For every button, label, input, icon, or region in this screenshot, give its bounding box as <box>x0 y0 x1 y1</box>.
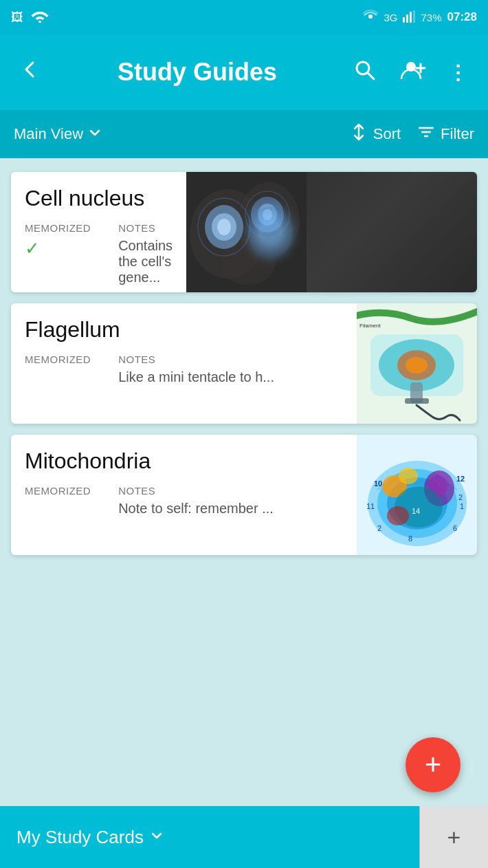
card-flagellum-info: Flagellum MEMORIZED NOTES Like a mini te… <box>11 303 357 424</box>
hotspot-icon <box>363 9 378 26</box>
card-mitochondria-info: Mitochondria MEMORIZED NOTES Note to sel… <box>11 435 357 555</box>
image-icon: 🖼 <box>11 10 23 25</box>
card-flagellum-image: Filament <box>357 303 477 424</box>
notes-label-2: NOTES <box>118 485 274 497</box>
notes-label-0: NOTES <box>118 222 173 234</box>
svg-text:10: 10 <box>374 479 382 488</box>
notes-value-0: Contains the cell's gene... <box>118 238 173 285</box>
content-area: Cell nucleus MEMORIZED ✓ NOTES Contains … <box>0 158 488 806</box>
svg-text:11: 11 <box>366 502 375 510</box>
filter-label: Filter <box>441 125 474 143</box>
time-label: 07:28 <box>447 10 477 24</box>
bottom-bar-chevron-icon <box>151 829 163 845</box>
card-cell-nucleus-meta: MEMORIZED ✓ NOTES Contains the cell's ge… <box>25 222 173 285</box>
chevron-down-icon <box>89 125 101 143</box>
add-icon: + <box>425 750 442 779</box>
notes-label-1: NOTES <box>118 354 274 365</box>
svg-point-22 <box>251 197 284 232</box>
card-cell-nucleus-info: Cell nucleus MEMORIZED ✓ NOTES Contains … <box>11 172 186 292</box>
add-card-fab[interactable]: + <box>406 737 461 792</box>
sort-label: Sort <box>373 125 401 143</box>
page-title: Study Guides <box>58 58 337 87</box>
card-mitochondria-memorized: MEMORIZED <box>25 485 91 501</box>
filter-right: Sort Filter <box>350 123 474 145</box>
main-view-button[interactable]: Main View <box>14 125 101 143</box>
signal-label: 3G <box>384 12 397 23</box>
svg-text:8: 8 <box>408 534 412 543</box>
sort-button[interactable]: Sort <box>350 123 401 145</box>
svg-rect-5 <box>413 10 415 23</box>
filter-button[interactable]: Filter <box>417 123 474 145</box>
svg-point-21 <box>217 219 231 235</box>
svg-text:2: 2 <box>377 524 381 532</box>
battery-label: 73% <box>421 12 441 23</box>
my-study-cards-button[interactable]: My Study Cards <box>0 806 419 868</box>
svg-point-1 <box>368 14 373 19</box>
wifi-icon <box>30 9 49 26</box>
svg-text:1: 1 <box>460 502 464 510</box>
notes-value-1: Like a mini tentacle to h... <box>118 369 274 385</box>
svg-point-0 <box>38 21 41 23</box>
filter-bar: Main View Sort <box>0 110 488 158</box>
card-flagellum-memorized: MEMORIZED <box>25 354 91 369</box>
main-view-label: Main View <box>14 125 83 143</box>
bottom-bar-plus-icon: + <box>447 824 461 851</box>
signal-icon <box>403 10 415 25</box>
search-button[interactable] <box>348 53 382 92</box>
card-cell-nucleus-title: Cell nucleus <box>25 186 173 211</box>
memorized-label-2: MEMORIZED <box>25 485 91 497</box>
back-button[interactable] <box>14 53 47 91</box>
svg-rect-2 <box>403 17 405 23</box>
status-bar-left: 🖼 <box>11 9 49 26</box>
svg-rect-3 <box>406 14 408 23</box>
svg-text:2: 2 <box>458 493 463 501</box>
filter-icon <box>417 123 435 145</box>
sort-icon <box>350 123 368 145</box>
svg-point-24 <box>263 209 272 220</box>
svg-line-7 <box>368 73 374 79</box>
svg-point-44 <box>387 506 409 525</box>
card-flagellum-title: Flagellum <box>25 317 343 343</box>
svg-text:14: 14 <box>412 507 420 515</box>
card-mitochondria-image: 10 12 11 1 2 6 8 2 14 <box>357 435 477 555</box>
card-cell-nucleus[interactable]: Cell nucleus MEMORIZED ✓ NOTES Contains … <box>11 172 477 292</box>
bottom-bar: My Study Cards + <box>0 806 488 868</box>
svg-rect-33 <box>405 398 429 404</box>
card-cell-nucleus-image <box>186 172 477 292</box>
memorized-label-0: MEMORIZED <box>25 222 91 234</box>
card-mitochondria-notes: NOTES Note to self: remember ... <box>118 485 274 517</box>
more-button[interactable]: ⋮ <box>443 56 474 89</box>
card-cell-nucleus-notes: NOTES Contains the cell's gene... <box>118 222 173 285</box>
memorized-check-0: ✓ <box>25 238 91 259</box>
card-flagellum-notes: NOTES Like a mini tentacle to h... <box>118 354 274 385</box>
svg-point-23 <box>258 204 277 226</box>
status-bar: 🖼 3G 73% 07:28 <box>0 0 488 34</box>
notes-value-2: Note to self: remember ... <box>118 501 274 517</box>
svg-point-40 <box>399 468 418 484</box>
bottom-bar-add-button[interactable]: + <box>419 806 488 868</box>
app-bar: Study Guides ⋮ <box>0 34 488 110</box>
svg-text:6: 6 <box>453 524 457 532</box>
card-cell-nucleus-memorized: MEMORIZED ✓ <box>25 222 91 259</box>
card-flagellum[interactable]: Flagellum MEMORIZED NOTES Like a mini te… <box>11 303 477 424</box>
card-mitochondria[interactable]: Mitochondria MEMORIZED NOTES Note to sel… <box>11 435 477 555</box>
card-flagellum-meta: MEMORIZED NOTES Like a mini tentacle to … <box>25 354 343 385</box>
svg-point-31 <box>406 357 428 373</box>
card-mitochondria-meta: MEMORIZED NOTES Note to self: remember .… <box>25 485 343 517</box>
status-bar-right: 3G 73% 07:28 <box>363 9 477 26</box>
svg-text:Filament: Filament <box>359 323 381 329</box>
bottom-bar-main-label: My Study Cards <box>16 827 144 848</box>
add-group-button[interactable] <box>393 53 432 92</box>
svg-text:12: 12 <box>456 475 465 483</box>
card-mitochondria-title: Mitochondria <box>25 448 343 474</box>
svg-rect-4 <box>410 12 412 23</box>
memorized-label-1: MEMORIZED <box>25 354 91 365</box>
